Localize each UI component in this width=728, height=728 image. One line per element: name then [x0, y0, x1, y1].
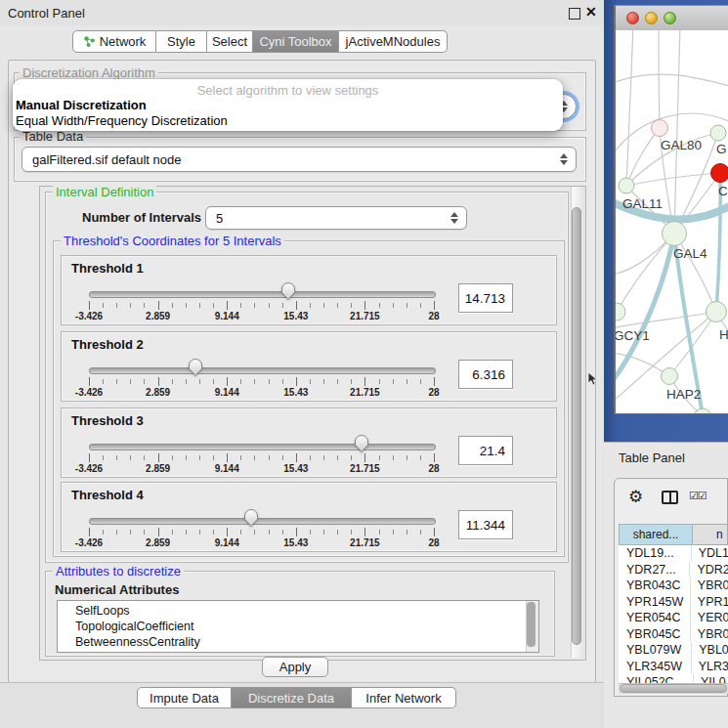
table-row[interactable]: YBL079WYBL0 — [619, 642, 728, 659]
node-selected-red[interactable] — [711, 164, 728, 183]
threshold-slider-thumb[interactable] — [354, 434, 369, 453]
tick-mark — [310, 379, 311, 384]
attribute-list-item[interactable]: SelfLoops — [58, 603, 538, 619]
column-header-name[interactable]: n — [693, 524, 728, 545]
tick-mark — [434, 528, 435, 536]
tick-label: 28 — [412, 463, 455, 474]
node-h[interactable] — [707, 302, 727, 322]
tab-network[interactable]: Network — [72, 30, 156, 53]
threshold-slider-track[interactable] — [89, 367, 436, 374]
attributes-scrollbar-thumb[interactable] — [527, 602, 535, 647]
threshold-value-field[interactable]: 21.4 — [458, 436, 513, 465]
float-window-icon[interactable] — [569, 8, 580, 20]
tab-discretize-data[interactable]: Discretize Data — [232, 687, 352, 708]
threshold-slider-track[interactable] — [89, 444, 436, 450]
table-row[interactable]: YPR145WYPR1 — [619, 594, 728, 611]
tick-mark — [434, 377, 435, 386]
tick-label: 9.144 — [205, 387, 248, 398]
tick-mark — [172, 530, 173, 535]
threshold-value-field[interactable]: 11.344 — [458, 510, 513, 539]
control-panel-titlebar: Control Panel ✕ — [0, 0, 604, 25]
tick-mark — [158, 528, 159, 536]
apply-button[interactable]: Apply — [262, 657, 328, 677]
table-row[interactable]: YIL052CYIL0 — [619, 674, 728, 683]
tab-style[interactable]: Style — [156, 30, 207, 53]
cell-name: YDR2 — [690, 562, 728, 578]
attribute-list-item[interactable]: BetweennessCentrality — [58, 634, 538, 650]
attribute-list-item[interactable]: TopologicalCoefficient — [58, 619, 538, 634]
tick-mark — [379, 303, 380, 308]
node-gal4[interactable] — [663, 222, 687, 246]
threshold-slider-thumb[interactable] — [243, 508, 259, 528]
cell-name: YBR0 — [691, 578, 728, 594]
tick-mark — [158, 301, 159, 310]
threshold-slider-track[interactable] — [89, 518, 436, 525]
table-row[interactable]: YDR27...YDR2 — [619, 562, 728, 578]
table-row[interactable]: YLR345WYLR3 — [619, 659, 728, 675]
node-table-body[interactable]: YDL19...YDL1YDR27...YDR2YBR043CYBR0YPR14… — [619, 545, 728, 683]
checkbox-filter-icons[interactable]: ☑☑ — [689, 490, 707, 502]
zoom-traffic-light[interactable] — [664, 12, 676, 24]
number-of-intervals-combobox[interactable]: 5 — [205, 206, 467, 230]
node-partial-g[interactable] — [710, 125, 726, 141]
tick-mark — [227, 528, 228, 536]
table-row[interactable]: YBR045CYBR0 — [619, 626, 728, 643]
close-traffic-light[interactable] — [626, 12, 639, 24]
threshold-value-field[interactable]: 6.316 — [458, 360, 513, 389]
tab-infer-network[interactable]: Infer Network — [352, 687, 456, 708]
node-label-gcy1: GCY1 — [616, 328, 650, 343]
dropdown-option-manual[interactable]: Manual Discretization — [13, 98, 563, 113]
node-hap2[interactable] — [662, 368, 678, 385]
tick-mark — [337, 455, 338, 460]
network-canvas[interactable]: GAL80 G GAL11 C GAL4 GCY1 H HAP2 — [616, 30, 728, 413]
table-row[interactable]: YER054CYER0 — [619, 610, 728, 626]
cell-name: YIL0 — [694, 674, 726, 683]
cell-name: YLR3 — [692, 659, 728, 675]
vertical-scrollbar-thumb[interactable] — [572, 207, 581, 645]
tab-cyni-toolbox[interactable]: Cyni Toolbox — [253, 30, 339, 53]
node-gal11[interactable] — [619, 178, 634, 193]
tick-mark — [213, 530, 214, 535]
threshold-4-block: Threshold 4 -3.4262.8599.14415.4321.7152… — [61, 482, 557, 552]
threshold-label: Threshold 3 — [71, 413, 144, 428]
tick-mark — [116, 303, 117, 308]
tab-select[interactable]: Select — [207, 30, 253, 53]
threshold-slider-track[interactable] — [89, 291, 436, 298]
table-data-combobox[interactable]: galFiltered.sif default node — [21, 147, 577, 172]
table-row[interactable]: YBR043CYBR0 — [619, 578, 728, 594]
tab-label: Select — [212, 34, 247, 49]
close-icon[interactable]: ✕ — [585, 4, 597, 20]
split-columns-icon[interactable] — [662, 491, 678, 504]
threshold-value-field[interactable]: 14.713 — [458, 283, 513, 313]
dropdown-option-equal-width[interactable]: Equal Width/Frequency Discretization — [13, 113, 563, 129]
tab-impute-data[interactable]: Impute Data — [137, 687, 232, 708]
tick-mark — [89, 377, 90, 386]
numerical-attributes-list[interactable]: SelfLoopsTopologicalCoefficientBetweenne… — [57, 600, 539, 653]
table-row[interactable]: YDL19...YDL1 — [619, 545, 728, 562]
cell-name: YBL0 — [692, 642, 728, 659]
cell-shared-name: YER054C — [619, 610, 691, 626]
tick-mark — [420, 530, 421, 535]
horizontal-scrollbar-thumb[interactable] — [620, 684, 727, 693]
minimize-traffic-light[interactable] — [645, 12, 658, 24]
node-gal80[interactable] — [652, 120, 668, 137]
tick-mark — [130, 379, 131, 384]
tick-mark — [213, 455, 214, 460]
tick-mark — [213, 379, 214, 384]
node-partial-bottom[interactable] — [694, 408, 711, 413]
threshold-slider-thumb[interactable] — [280, 281, 296, 301]
tick-mark — [130, 530, 131, 535]
column-header-shared-name[interactable]: shared... — [619, 524, 693, 545]
tick-mark — [337, 530, 338, 535]
node-label-partial-c: C — [718, 184, 728, 198]
tick-mark — [240, 530, 241, 535]
threshold-slider-thumb[interactable] — [188, 358, 203, 377]
tab-jactivemnodules[interactable]: jActiveMNodules — [339, 30, 448, 53]
panel-title: Control Panel — [8, 6, 85, 21]
tick-mark — [240, 379, 241, 384]
tick-mark — [296, 377, 297, 386]
network-window-titlebar[interactable] — [616, 6, 728, 31]
cell-shared-name: YLR345W — [619, 659, 692, 675]
gear-icon[interactable]: ⚙ — [628, 487, 643, 506]
node-gcy1[interactable] — [616, 303, 625, 321]
